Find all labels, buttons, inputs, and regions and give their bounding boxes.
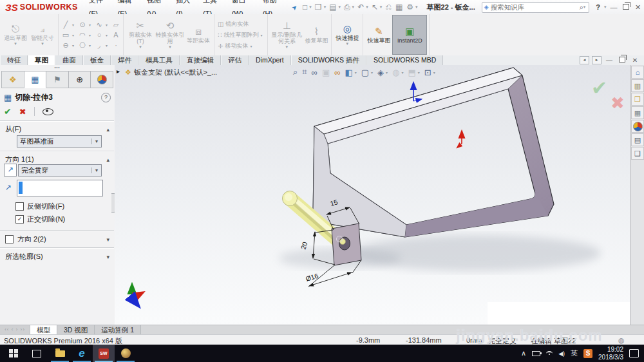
model-tab[interactable]: 模型 (30, 325, 57, 335)
from-section-header[interactable]: 从(F) ▴ (5, 124, 109, 134)
attach-icon[interactable]: ⎌ (383, 3, 393, 12)
edge-taskbar-button[interactable]: e (71, 345, 93, 362)
doc-close-button[interactable]: ✕ (630, 57, 640, 64)
undo-icon[interactable]: ↶ (355, 3, 366, 12)
repair-sketch-button[interactable]: ⌇ 修复草图 (303, 15, 329, 54)
tab-features[interactable]: 特征 (0, 55, 28, 65)
flip-side-checkbox-row[interactable]: 反侧切除(F) (15, 202, 64, 211)
custom-properties-icon[interactable]: ▤ (631, 133, 644, 146)
tab-direct-edit[interactable]: 直接编辑 (180, 55, 221, 65)
flip-side-checkbox[interactable] (15, 202, 24, 211)
volume-icon[interactable]: ◀) (558, 350, 565, 357)
tab-surfaces[interactable]: 曲面 (55, 55, 83, 65)
tab-mold-tools[interactable]: 模具工具 (138, 55, 180, 65)
battery-icon[interactable] (532, 351, 540, 356)
3d-views-tab[interactable]: 3D 视图 (57, 325, 95, 335)
smart-dimension-button[interactable]: ⟓ 智能尺寸 ▾ (29, 15, 56, 54)
dropdown-arrow-icon[interactable]: ▾ (89, 33, 93, 37)
doc-restore-button[interactable] (617, 57, 627, 64)
slot-tool-icon[interactable]: ⊖ (61, 41, 71, 50)
search-dropdown-arrow-icon[interactable]: ▾ (583, 5, 586, 10)
plane-tool-icon[interactable]: ▱ (111, 21, 121, 29)
knowledge-search-box[interactable]: ◈ ⌕ ▾ (482, 2, 590, 13)
preview-eye-icon[interactable] (43, 108, 53, 115)
home-icon[interactable]: ⌂ (631, 66, 644, 79)
direction1-section-header[interactable]: 方向 1(1) ▴ (5, 155, 109, 164)
options-gear-icon[interactable]: ⚙ (404, 3, 415, 12)
point-tool-icon[interactable]: · (111, 41, 121, 49)
line-tool-icon[interactable]: ╱ (61, 21, 71, 29)
clock[interactable]: 19:02 2018/3/3 (598, 346, 623, 361)
fillet-tool-icon[interactable]: ◞ (94, 41, 104, 50)
doc-minimize-button[interactable]: — (604, 57, 614, 64)
design-library-icon[interactable]: ▥ (631, 79, 644, 92)
configurationmanager-tab[interactable]: ⚑ (46, 71, 69, 88)
ok-button[interactable]: ✔ (4, 106, 12, 117)
search-input[interactable] (489, 3, 580, 11)
from-plane-combobox[interactable]: 草图基准面 ▾ (17, 135, 102, 148)
move-entities-button[interactable]: ✛ 移动实体 ▾ (218, 42, 264, 50)
end-condition-combobox[interactable]: 完全贯穿 ▾ (18, 164, 102, 176)
dimxpertmanager-tab[interactable]: ⊕ (69, 71, 91, 88)
tab-sketch[interactable]: 草图 (28, 55, 55, 65)
exit-sketch-button[interactable]: ⎋ 退出草图 ▾ (2, 15, 29, 54)
hidden-icons-chevron[interactable]: ∧ (521, 349, 526, 357)
dropdown-arrow-icon[interactable]: ▾ (106, 33, 109, 37)
panel-help-icon[interactable]: ? (101, 93, 111, 102)
view-palette-icon[interactable]: ▦ (631, 106, 644, 119)
direction-input[interactable] (24, 181, 102, 195)
motion-study-tab[interactable]: 运动算例 1 (95, 325, 141, 335)
tab-scroll-buttons[interactable]: ‹‹ ‹ › ›› (0, 325, 30, 335)
print-icon[interactable]: ⎙ (342, 3, 352, 12)
rebuild-icon[interactable]: ▦ (393, 3, 404, 12)
confirm-cancel-icon[interactable]: ✖ (611, 93, 625, 113)
units-icon[interactable]: ◍ (618, 336, 625, 345)
help-button[interactable]: ? (596, 3, 600, 11)
circle-tool-icon[interactable]: ⊙ (77, 21, 88, 29)
restore-button[interactable] (620, 1, 632, 14)
display-delete-relations-button[interactable]: ⊥ 显示/删除几何关系 ▾ (270, 15, 303, 54)
save-icon[interactable]: ▤ (327, 3, 338, 12)
displaymanager-tab[interactable] (91, 71, 113, 88)
quick-snaps-button[interactable]: ◎ 快速捕捉 ▾ (334, 15, 361, 54)
cancel-button[interactable]: ✖ (19, 107, 26, 117)
file-explorer-taskbar-button[interactable] (49, 345, 71, 362)
game-taskbar-button[interactable] (115, 345, 137, 362)
dropdown-arrow-icon[interactable]: ▾ (380, 5, 383, 10)
forum-icon[interactable]: ❑ (631, 147, 644, 160)
linear-pattern-button[interactable]: ∷ 线性草图阵列 ▾ (218, 31, 264, 39)
offset-entities-button[interactable]: ⧈ 等距实体 (185, 15, 212, 54)
arc-tool-icon[interactable]: ◠ (77, 31, 88, 39)
confirm-ok-icon[interactable]: ✔ (591, 77, 607, 99)
dropdown-arrow-icon[interactable]: ▾ (309, 5, 312, 10)
graphics-viewport[interactable]: ▸ ❖ 钣金支架 (默认<<默认>_... ⌕ ⌗ ∞ ▣ ∞ ◧▾ ▢▾ ◈▾… (115, 65, 630, 325)
convert-entities-button[interactable]: ⟲ 转换实体引用 ▾ (155, 15, 185, 54)
start-button[interactable] (3, 345, 24, 362)
dropdown-arrow-icon[interactable]: ▾ (415, 5, 418, 10)
trim-entities-button[interactable]: ✂ 剪裁实体(T) ▾ (126, 15, 155, 54)
tab-sw-addins[interactable]: SOLIDWORKS 插件 (291, 55, 366, 65)
normal-cut-checkbox[interactable]: ✓ (15, 215, 24, 224)
featuremanager-tab[interactable]: ❖ (1, 71, 24, 88)
dropdown-arrow-icon[interactable]: ▾ (352, 5, 355, 10)
dropdown-arrow-icon[interactable]: ▾ (72, 43, 76, 48)
direction-selection-box[interactable] (17, 180, 103, 196)
ellipse-tool-icon[interactable]: ○ (94, 31, 104, 39)
help-dropdown-arrow-icon[interactable]: ▾ (604, 5, 607, 10)
dropdown-arrow-icon[interactable]: ▾ (89, 43, 93, 48)
select-icon[interactable]: ↖ (370, 3, 380, 12)
tab-dimxpert[interactable]: DimXpert (249, 55, 291, 65)
polygon-tool-icon[interactable]: ⎔ (77, 41, 88, 50)
tab-sheet-metal[interactable]: 钣金 (83, 55, 111, 65)
open-icon[interactable]: ❒ (313, 3, 324, 12)
tab-evaluate[interactable]: 评估 (221, 55, 249, 65)
dropdown-arrow-icon[interactable]: ▾ (89, 23, 93, 27)
direction2-section-header[interactable]: 方向 2(2) ▾ (5, 234, 109, 244)
tab-scroll-left-icon[interactable]: ◂ (580, 56, 589, 64)
rectangle-tool-icon[interactable]: ▭ (61, 31, 71, 39)
appearances-icon[interactable] (631, 120, 644, 133)
dropdown-arrow-icon[interactable]: ▾ (324, 5, 327, 10)
panel-grip[interactable]: ••• (0, 65, 114, 71)
dropdown-arrow-icon[interactable]: ▾ (72, 23, 76, 27)
close-button[interactable]: ✕ (632, 1, 644, 14)
